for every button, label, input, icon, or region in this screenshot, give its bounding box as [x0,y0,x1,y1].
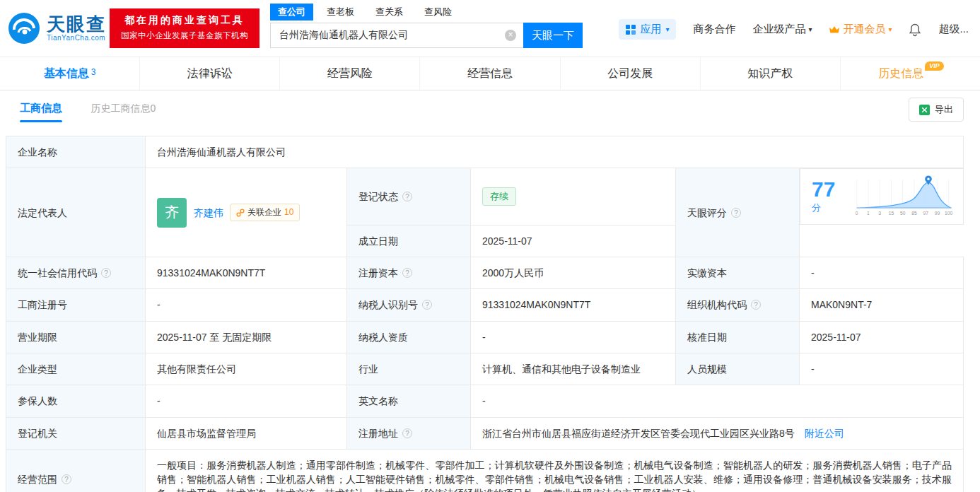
business-scope-label: 经营范围? [6,449,146,492]
svg-text:0: 0 [856,211,858,216]
chevron-down-icon: ▾ [665,25,669,33]
table-row: 经营范围? 一般项目：服务消费机器人制造；通用零部件制造；机械零件、零部件加工；… [6,449,964,492]
company-name-label: 企业名称 [6,136,146,168]
menu-business-cooperation[interactable]: 商务合作 [693,23,735,36]
paid-capital-value: - [800,257,964,289]
tab-history-info-label: 历史信息 [878,66,923,81]
apps-menu-label: 应用 [640,23,661,36]
reg-no-label: 工商注册号 [6,289,146,321]
apps-menu[interactable]: 应用 ▾ [619,19,676,40]
paid-capital-label: 实缴资本 [676,257,800,289]
score-value: 77分 0 1 3 1 [800,168,964,225]
promo-line2: 国家中小企业发展子基金旗下机构 [114,30,255,41]
menu-super-vip[interactable]: 超级... [938,23,969,36]
help-icon[interactable]: ? [62,474,71,484]
legal-rep-value: 齐 齐建伟 关联企业 10 [146,168,347,257]
link-icon [236,209,245,217]
legal-rep-name-link[interactable]: 齐建伟 [194,206,223,220]
export-button-label: 导出 [935,103,953,116]
subtab-history-registration[interactable]: 历史工商信息0 [91,102,156,114]
company-name-value: 台州浩海仙通机器人有限公司 [146,136,964,168]
taxpayer-quality-label: 纳税人资质 [347,321,471,353]
help-icon[interactable]: ? [402,268,412,278]
table-row: 统一社会信用代码? 91331024MAK0N9NT7T 注册资本? 2000万… [6,257,964,289]
tab-operating-info[interactable]: 经营信息 [419,57,559,90]
english-name-value: - [471,385,964,417]
help-icon[interactable]: ? [731,208,741,218]
menu-open-membership[interactable]: 开通会员 ▾ [829,23,892,36]
reg-capital-label: 注册资本? [347,257,471,289]
promo-banner: 都在用的商业查询工具 国家中小企业发展子基金旗下机构 [110,8,259,48]
grid-icon [626,25,636,35]
search-tab-risk[interactable]: 查风险 [416,4,460,20]
notification-bell-icon[interactable] [909,23,921,37]
reg-status-value: 存续 [471,168,676,226]
search-tab-company[interactable]: 查公司 [270,4,313,20]
insured-num-value: - [146,385,347,417]
export-button[interactable]: 导出 [909,98,964,122]
legal-rep-avatar[interactable]: 齐 [157,198,187,228]
help-icon[interactable]: ? [422,300,432,310]
chevron-down-icon: ▾ [888,25,892,33]
promo-line1: 都在用的商业查询工具 [114,14,255,27]
table-row: 参保人数 - 英文名称 - [6,385,964,417]
staff-size-label: 人员规模 [676,353,800,385]
help-icon[interactable]: ? [751,300,761,310]
svg-text:50: 50 [900,211,906,216]
search-button[interactable]: 天眼一下 [523,23,583,48]
score-number: 77 [812,177,835,201]
menu-enterprise-products[interactable]: 企业级产品 ▾ [752,23,812,36]
nearby-companies-link[interactable]: 附近公司 [805,428,844,439]
establish-date-value: 2025-11-07 [471,225,676,257]
related-companies-count: 10 [284,206,293,218]
search-area: 查公司 查老板 查关系 查风险 × 天眼一下 [270,4,583,48]
related-companies-tag[interactable]: 关联企业 10 [230,204,300,221]
credit-code-label: 统一社会信用代码? [6,257,146,289]
logo-eye-icon [7,11,41,45]
help-icon[interactable]: ? [402,428,412,438]
tab-company-development[interactable]: 公司发展 [560,57,700,90]
svg-text:99: 99 [935,211,940,216]
clear-search-icon[interactable]: × [505,30,516,41]
company-nav-tabs: 基本信息3 法律诉讼 经营风险 经营信息 公司发展 知识产权 历史信息 VIP [0,57,980,90]
svg-text:85: 85 [912,211,918,216]
search-box: × [270,23,523,48]
tab-history-info[interactable]: 历史信息 VIP [840,57,980,90]
tab-intellectual-property[interactable]: 知识产权 [700,57,840,90]
org-code-value: MAK0N9NT-7 [800,289,964,321]
search-tab-relation[interactable]: 查关系 [368,4,411,20]
reg-status-label: 登记状态? [347,168,471,226]
reg-capital-value: 2000万人民币 [471,257,676,289]
tab-operating-risk[interactable]: 经营风险 [279,57,419,90]
subtab-business-registration[interactable]: 工商信息 [20,102,62,115]
taxpayer-quality-value: - [471,321,676,353]
staff-size-value: - [800,353,964,385]
tab-basic-info[interactable]: 基本信息3 [0,57,139,90]
search-tab-boss[interactable]: 查老板 [319,4,362,20]
credit-code-value: 91331024MAK0N9NT7T [146,257,347,289]
approve-date-value: 2025-11-07 [800,321,964,353]
tab-basic-info-label: 基本信息 [44,66,89,81]
company-type-label: 企业类型 [6,353,146,385]
search-input[interactable] [270,23,523,48]
score-unit: 分 [812,202,821,213]
business-term-label: 营业期限 [6,321,146,353]
insured-num-label: 参保人数 [6,385,146,417]
chevron-down-icon: ▾ [808,25,812,33]
score-distribution-chart: 0 1 3 15 50 85 97 99 100 [853,173,955,220]
reg-address-label: 注册地址? [347,417,471,449]
table-row: 企业类型 其他有限责任公司 行业 计算机、通信和其他电子设备制造业 人员规模 - [6,353,964,385]
help-icon[interactable]: ? [402,192,412,201]
table-row: 登记机关 仙居县市场监督管理局 注册地址? 浙江省台州市仙居县福应街道经济开发区… [6,417,964,449]
business-term-value: 2025-11-07 至 无固定期限 [146,321,347,353]
help-icon[interactable]: ? [101,268,111,278]
svg-text:3: 3 [879,211,882,216]
legal-rep-label: 法定代表人 [6,168,146,257]
score-label: 天眼评分? [676,168,800,257]
establish-date-label: 成立日期 [347,225,471,257]
tab-legal-proceedings[interactable]: 法律诉讼 [139,57,279,90]
tianyancha-logo[interactable]: 天眼查 TianYanCha.com [7,11,106,45]
svg-text:97: 97 [923,211,929,216]
reg-address-text: 浙江省台州市仙居县福应街道经济开发区管委会现代工业园区兴业路8号 [482,428,795,439]
sub-tab-bar: 工商信息 历史工商信息0 导出 [0,90,980,123]
